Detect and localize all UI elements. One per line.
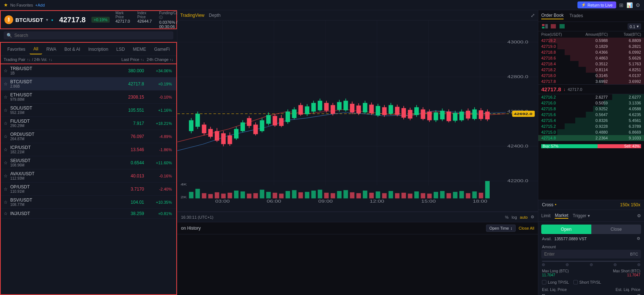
obs-close-tab[interactable]: Close [591, 225, 641, 234]
chart-settings-icon[interactable]: ⚙ [531, 215, 534, 219]
ob-bid-row[interactable]: 42714.8 2.2364 9.1033 [538, 135, 644, 141]
mark-price-value: 42717.0 [116, 19, 130, 23]
ob-view-both[interactable] [541, 24, 549, 30]
ob-view-bids[interactable] [559, 24, 566, 30]
ob-bid-row[interactable]: 42716.2 2.6277 2.6277 [538, 94, 644, 100]
order-type-limit[interactable]: Limit [541, 213, 550, 218]
star-trb[interactable]: ☆ [4, 68, 9, 73]
short-tpsl[interactable]: Short TP/SL [573, 280, 601, 284]
pair-row-avax[interactable]: ☆ AVAX/USDT 112.93M 40.013 -0.16% [1, 169, 176, 183]
ob-tab-trades[interactable]: Trades [569, 13, 583, 19]
slider-dot-75[interactable] [614, 263, 617, 266]
ob-bid-row[interactable]: 42715.0 0.4880 6.8669 [538, 129, 644, 135]
change-sort-icon[interactable]: ↑↓ [170, 58, 173, 62]
close-all-button[interactable]: Close All [519, 226, 534, 230]
search-input[interactable] [14, 33, 170, 38]
star-sol[interactable]: ☆ [4, 108, 9, 113]
star-sei[interactable]: ☆ [4, 160, 9, 165]
tab-inscription[interactable]: Inscription [84, 45, 112, 54]
star-ordi[interactable]: ☆ [4, 134, 9, 139]
star-inj[interactable]: ☆ [4, 211, 9, 216]
short-tpsl-checkbox[interactable] [573, 280, 578, 284]
star-icp[interactable]: ☆ [4, 147, 9, 152]
open-time-button[interactable]: Open Time ↕ [486, 225, 516, 232]
ob-ask-row[interactable]: 42718.2 0.8114 4.8251 [538, 67, 644, 73]
ob-ask-row[interactable]: 42718.4 0.3512 5.1763 [538, 61, 644, 67]
pair-row-trb[interactable]: ☆ TRB/USDT 1B 380.000 +34.06% [1, 64, 176, 77]
ob-bid-row[interactable]: 42716.0 0.5059 3.1336 [538, 100, 644, 106]
avail-settings-icon[interactable]: ⚙ [637, 236, 640, 241]
long-tpsl-checkbox[interactable] [542, 280, 546, 284]
pair-row-sol[interactable]: ☆ SOL/USDT 552.15M 105.551 +1.16% [1, 104, 176, 117]
price-sort-icon[interactable]: ↑↓ [140, 58, 144, 62]
ob-ask-row[interactable]: 42718.8 0.4366 6.0992 [538, 49, 644, 55]
pair-row-btc[interactable]: ☆ BTC/USDT 2.86B 42717.8 +0.19% [1, 77, 176, 91]
order-settings-icon[interactable]: ⚙ [637, 213, 641, 218]
ob-bid-row[interactable]: 42715.6 0.5647 4.6235 [538, 112, 644, 118]
return-live-button[interactable]: ⚡ Return to Live [577, 1, 616, 8]
star-fil[interactable]: ☆ [4, 121, 9, 126]
ob-ask-row[interactable]: 42718.0 0.3145 4.0137 [538, 73, 644, 78]
amount-slider[interactable] [542, 261, 640, 266]
ob-view-asks[interactable] [550, 24, 557, 30]
ob-bid-row[interactable]: 42715.8 0.9252 4.0588 [538, 106, 644, 112]
symbol-name[interactable]: BTC/USDT [15, 17, 43, 23]
pair-row-sei[interactable]: ☆ SEI/USDT 108.96M 0.6544 +11.60% [1, 156, 176, 169]
tradingview-btn[interactable]: TradingView [180, 13, 204, 18]
category-tabs: Favorites All RWA Bot & AI Inscription L… [0, 42, 177, 64]
ob-ask-row[interactable]: 42719.0 0.1829 6.2821 [538, 43, 644, 49]
ob-tab-orderbook[interactable]: Order Book [541, 13, 564, 19]
pair-row-fil[interactable]: ☆ FIL/USDT 290.29M 7.917 +18.21% [1, 117, 176, 130]
pair-row-op[interactable]: ☆ OP/USDT 110.91M 3.7170 -2.40% [1, 183, 176, 196]
star-op[interactable]: ☆ [4, 187, 9, 192]
pair-row-bsv[interactable]: ☆ BSV/USDT 108.77M 104.01 +10.35% [1, 196, 176, 209]
symbol-dropdown-icon[interactable]: ▼ [45, 18, 49, 22]
sort-icon[interactable]: ↑↓ [27, 58, 31, 62]
obs-open-tab[interactable]: Open [541, 225, 591, 234]
order-type-trigger[interactable]: Trigger ▾ [573, 213, 590, 218]
pair-info-fil: FIL/USDT 290.29M [10, 119, 111, 128]
amount-unit[interactable]: BTC [630, 252, 638, 256]
tab-favorites[interactable]: Favorites [4, 45, 29, 54]
percent-toggle[interactable]: % [505, 215, 509, 219]
amount-input[interactable] [544, 252, 630, 257]
cross-leverage[interactable]: 150x 150x [620, 202, 640, 207]
add-favorite-button[interactable]: +Add [35, 3, 45, 7]
slider-dot-0[interactable] [542, 263, 545, 266]
svg-rect-171 [545, 24, 548, 28]
ob-bid-row[interactable]: 42715.2 0.9228 6.3789 [538, 123, 644, 129]
tab-lsd[interactable]: LSD [113, 45, 128, 54]
chart-icon[interactable]: 📊 [626, 2, 633, 8]
vol-sort-icon[interactable]: ↑↓ [49, 58, 52, 62]
long-tpsl[interactable]: Long TP/SL [542, 280, 569, 284]
depth-btn[interactable]: Depth [209, 13, 221, 18]
ob-bid-row[interactable]: 42715.4 0.8326 5.4561 [538, 118, 644, 123]
star-btc[interactable]: ☆ [4, 81, 9, 87]
star-avax[interactable]: ☆ [4, 173, 9, 179]
slider-dot-25[interactable] [566, 263, 569, 266]
ob-ask-row[interactable]: 42719.2 0.5988 6.8809 [538, 38, 644, 43]
tab-botai[interactable]: Bot & AI [61, 45, 84, 54]
ob-ask-row[interactable]: 42718.6 0.4863 5.6626 [538, 55, 644, 61]
auto-toggle[interactable]: auto [520, 215, 528, 219]
log-toggle[interactable]: log [512, 215, 517, 219]
chart-expand-icon[interactable]: ⤢ [531, 12, 535, 18]
ob-precision-select[interactable]: 0.1 ▾ [628, 23, 641, 30]
tab-rwa[interactable]: RWA [43, 45, 60, 54]
slider-dot-50[interactable] [590, 263, 593, 266]
star-bsv[interactable]: ☆ [4, 200, 9, 205]
tab-all[interactable]: All [30, 44, 42, 54]
tab-meme[interactable]: MEME [129, 45, 150, 54]
order-type-market[interactable]: Market [555, 213, 568, 219]
slider-dot-100[interactable] [637, 263, 640, 266]
grid-icon[interactable]: ⊞ [619, 2, 624, 8]
star-eth[interactable]: ☆ [4, 95, 9, 100]
tab-gamefi[interactable]: GameFi [150, 45, 173, 54]
pair-row-ordi[interactable]: ☆ ORDI/USDT 264.87M 76.097 -4.89% [1, 130, 176, 143]
pair-row-icp[interactable]: ☆ ICP/USDT 182.21M 13.546 -1.86% [1, 143, 176, 156]
pair-row-inj[interactable]: ☆ INJ/USDT 38.259 +0.81% [1, 209, 176, 219]
ob-ask-row[interactable]: 42717.8 3.6992 3.6992 [538, 78, 644, 84]
pair-row-eth[interactable]: ☆ ETH/USDT 979.88M 2308.15 -0.10% [1, 91, 176, 104]
settings-icon[interactable]: ⚙ [636, 2, 640, 8]
svg-text:4K: 4K [181, 182, 187, 186]
